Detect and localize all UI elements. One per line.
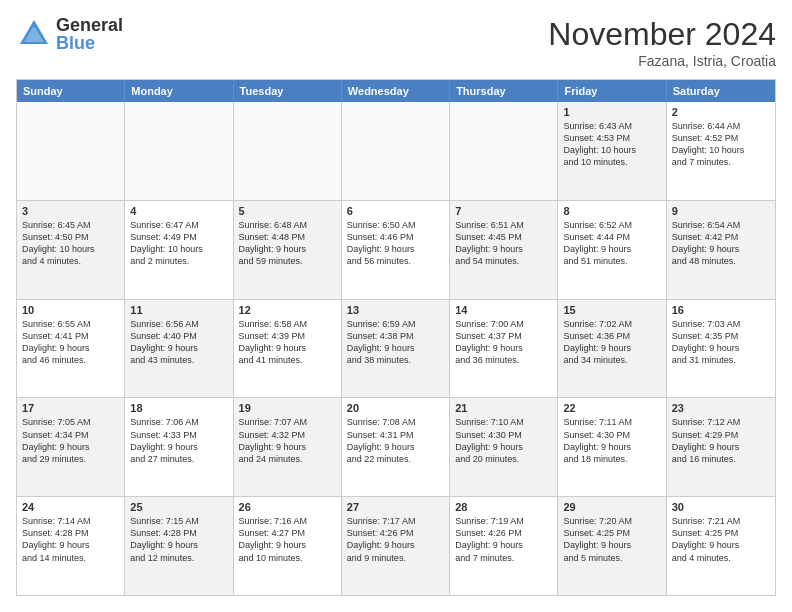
day-info: Sunrise: 7:03 AM Sunset: 4:35 PM Dayligh… xyxy=(672,318,770,367)
day-number: 13 xyxy=(347,304,444,316)
day-number: 24 xyxy=(22,501,119,513)
day-number: 4 xyxy=(130,205,227,217)
day-info: Sunrise: 7:02 AM Sunset: 4:36 PM Dayligh… xyxy=(563,318,660,367)
logo-general: General xyxy=(56,16,123,34)
page: General Blue November 2024 Fazana, Istri… xyxy=(0,0,792,612)
calendar-header-day: Tuesday xyxy=(234,80,342,102)
calendar-cell: 13Sunrise: 6:59 AM Sunset: 4:38 PM Dayli… xyxy=(342,300,450,398)
day-info: Sunrise: 6:48 AM Sunset: 4:48 PM Dayligh… xyxy=(239,219,336,268)
day-info: Sunrise: 7:21 AM Sunset: 4:25 PM Dayligh… xyxy=(672,515,770,564)
day-number: 18 xyxy=(130,402,227,414)
day-info: Sunrise: 6:45 AM Sunset: 4:50 PM Dayligh… xyxy=(22,219,119,268)
day-info: Sunrise: 7:08 AM Sunset: 4:31 PM Dayligh… xyxy=(347,416,444,465)
day-number: 16 xyxy=(672,304,770,316)
day-number: 5 xyxy=(239,205,336,217)
calendar-row: 1Sunrise: 6:43 AM Sunset: 4:53 PM Daylig… xyxy=(17,102,775,201)
calendar-cell: 17Sunrise: 7:05 AM Sunset: 4:34 PM Dayli… xyxy=(17,398,125,496)
calendar-header-day: Wednesday xyxy=(342,80,450,102)
day-number: 11 xyxy=(130,304,227,316)
calendar-cell: 4Sunrise: 6:47 AM Sunset: 4:49 PM Daylig… xyxy=(125,201,233,299)
calendar-row: 24Sunrise: 7:14 AM Sunset: 4:28 PM Dayli… xyxy=(17,497,775,595)
day-number: 3 xyxy=(22,205,119,217)
day-number: 27 xyxy=(347,501,444,513)
logo-blue: Blue xyxy=(56,34,123,52)
day-number: 1 xyxy=(563,106,660,118)
calendar-cell xyxy=(234,102,342,200)
calendar-cell: 25Sunrise: 7:15 AM Sunset: 4:28 PM Dayli… xyxy=(125,497,233,595)
day-info: Sunrise: 6:43 AM Sunset: 4:53 PM Dayligh… xyxy=(563,120,660,169)
day-number: 6 xyxy=(347,205,444,217)
day-number: 12 xyxy=(239,304,336,316)
day-info: Sunrise: 7:10 AM Sunset: 4:30 PM Dayligh… xyxy=(455,416,552,465)
day-info: Sunrise: 7:16 AM Sunset: 4:27 PM Dayligh… xyxy=(239,515,336,564)
calendar-cell: 9Sunrise: 6:54 AM Sunset: 4:42 PM Daylig… xyxy=(667,201,775,299)
day-info: Sunrise: 7:05 AM Sunset: 4:34 PM Dayligh… xyxy=(22,416,119,465)
day-info: Sunrise: 6:47 AM Sunset: 4:49 PM Dayligh… xyxy=(130,219,227,268)
calendar-cell xyxy=(17,102,125,200)
calendar-cell: 7Sunrise: 6:51 AM Sunset: 4:45 PM Daylig… xyxy=(450,201,558,299)
day-number: 25 xyxy=(130,501,227,513)
day-number: 26 xyxy=(239,501,336,513)
calendar-header-day: Monday xyxy=(125,80,233,102)
day-info: Sunrise: 7:00 AM Sunset: 4:37 PM Dayligh… xyxy=(455,318,552,367)
calendar-cell: 8Sunrise: 6:52 AM Sunset: 4:44 PM Daylig… xyxy=(558,201,666,299)
calendar-cell: 1Sunrise: 6:43 AM Sunset: 4:53 PM Daylig… xyxy=(558,102,666,200)
day-number: 9 xyxy=(672,205,770,217)
calendar-row: 17Sunrise: 7:05 AM Sunset: 4:34 PM Dayli… xyxy=(17,398,775,497)
calendar-cell xyxy=(125,102,233,200)
calendar-header-day: Sunday xyxy=(17,80,125,102)
calendar-header-day: Thursday xyxy=(450,80,558,102)
day-number: 20 xyxy=(347,402,444,414)
logo-icon xyxy=(16,16,52,52)
logo: General Blue xyxy=(16,16,123,52)
calendar-cell: 6Sunrise: 6:50 AM Sunset: 4:46 PM Daylig… xyxy=(342,201,450,299)
header: General Blue November 2024 Fazana, Istri… xyxy=(16,16,776,69)
calendar-row: 3Sunrise: 6:45 AM Sunset: 4:50 PM Daylig… xyxy=(17,201,775,300)
day-info: Sunrise: 6:50 AM Sunset: 4:46 PM Dayligh… xyxy=(347,219,444,268)
day-number: 10 xyxy=(22,304,119,316)
day-number: 23 xyxy=(672,402,770,414)
calendar-cell: 19Sunrise: 7:07 AM Sunset: 4:32 PM Dayli… xyxy=(234,398,342,496)
calendar-cell: 27Sunrise: 7:17 AM Sunset: 4:26 PM Dayli… xyxy=(342,497,450,595)
day-number: 15 xyxy=(563,304,660,316)
calendar-cell: 12Sunrise: 6:58 AM Sunset: 4:39 PM Dayli… xyxy=(234,300,342,398)
calendar-cell: 23Sunrise: 7:12 AM Sunset: 4:29 PM Dayli… xyxy=(667,398,775,496)
calendar-cell: 15Sunrise: 7:02 AM Sunset: 4:36 PM Dayli… xyxy=(558,300,666,398)
calendar-cell xyxy=(450,102,558,200)
day-info: Sunrise: 7:17 AM Sunset: 4:26 PM Dayligh… xyxy=(347,515,444,564)
calendar-body: 1Sunrise: 6:43 AM Sunset: 4:53 PM Daylig… xyxy=(17,102,775,595)
day-info: Sunrise: 7:11 AM Sunset: 4:30 PM Dayligh… xyxy=(563,416,660,465)
month-title: November 2024 xyxy=(548,16,776,53)
calendar-cell: 24Sunrise: 7:14 AM Sunset: 4:28 PM Dayli… xyxy=(17,497,125,595)
day-info: Sunrise: 7:20 AM Sunset: 4:25 PM Dayligh… xyxy=(563,515,660,564)
day-number: 22 xyxy=(563,402,660,414)
day-number: 7 xyxy=(455,205,552,217)
calendar-cell: 3Sunrise: 6:45 AM Sunset: 4:50 PM Daylig… xyxy=(17,201,125,299)
calendar-cell: 14Sunrise: 7:00 AM Sunset: 4:37 PM Dayli… xyxy=(450,300,558,398)
calendar-cell: 29Sunrise: 7:20 AM Sunset: 4:25 PM Dayli… xyxy=(558,497,666,595)
calendar-cell: 16Sunrise: 7:03 AM Sunset: 4:35 PM Dayli… xyxy=(667,300,775,398)
day-number: 14 xyxy=(455,304,552,316)
day-number: 21 xyxy=(455,402,552,414)
day-info: Sunrise: 6:52 AM Sunset: 4:44 PM Dayligh… xyxy=(563,219,660,268)
calendar-cell: 5Sunrise: 6:48 AM Sunset: 4:48 PM Daylig… xyxy=(234,201,342,299)
calendar-cell: 30Sunrise: 7:21 AM Sunset: 4:25 PM Dayli… xyxy=(667,497,775,595)
day-info: Sunrise: 7:19 AM Sunset: 4:26 PM Dayligh… xyxy=(455,515,552,564)
calendar-header-day: Saturday xyxy=(667,80,775,102)
day-info: Sunrise: 6:51 AM Sunset: 4:45 PM Dayligh… xyxy=(455,219,552,268)
day-info: Sunrise: 7:12 AM Sunset: 4:29 PM Dayligh… xyxy=(672,416,770,465)
calendar-cell: 26Sunrise: 7:16 AM Sunset: 4:27 PM Dayli… xyxy=(234,497,342,595)
day-number: 29 xyxy=(563,501,660,513)
day-info: Sunrise: 6:55 AM Sunset: 4:41 PM Dayligh… xyxy=(22,318,119,367)
day-info: Sunrise: 6:56 AM Sunset: 4:40 PM Dayligh… xyxy=(130,318,227,367)
day-info: Sunrise: 7:14 AM Sunset: 4:28 PM Dayligh… xyxy=(22,515,119,564)
day-info: Sunrise: 7:07 AM Sunset: 4:32 PM Dayligh… xyxy=(239,416,336,465)
calendar-cell: 10Sunrise: 6:55 AM Sunset: 4:41 PM Dayli… xyxy=(17,300,125,398)
day-number: 2 xyxy=(672,106,770,118)
day-number: 28 xyxy=(455,501,552,513)
day-info: Sunrise: 6:54 AM Sunset: 4:42 PM Dayligh… xyxy=(672,219,770,268)
day-info: Sunrise: 6:58 AM Sunset: 4:39 PM Dayligh… xyxy=(239,318,336,367)
calendar-cell: 28Sunrise: 7:19 AM Sunset: 4:26 PM Dayli… xyxy=(450,497,558,595)
calendar-cell xyxy=(342,102,450,200)
calendar-header: SundayMondayTuesdayWednesdayThursdayFrid… xyxy=(17,80,775,102)
